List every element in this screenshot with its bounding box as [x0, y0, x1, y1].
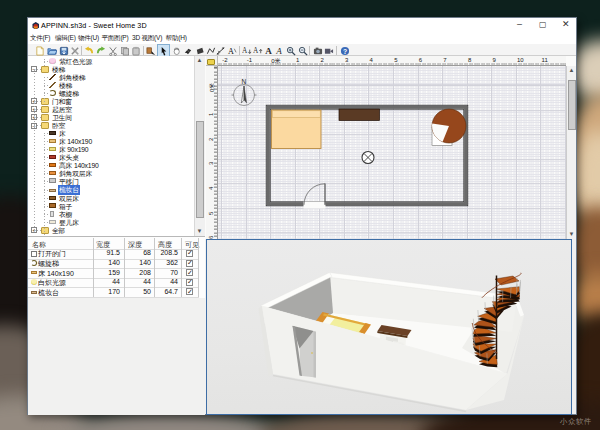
svg-text:N: N [242, 78, 247, 85]
